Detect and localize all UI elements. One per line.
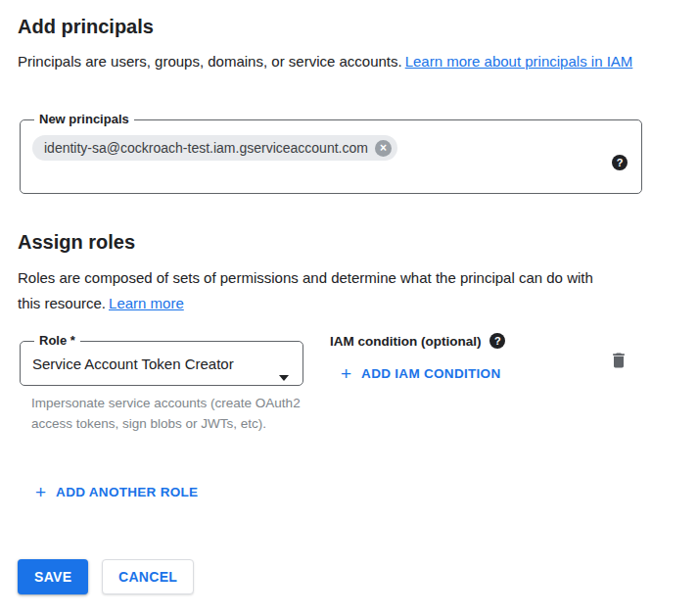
new-principals-input[interactable]: New principals identity-sa@cockroach-tes… bbox=[20, 112, 642, 194]
role-label: Role * bbox=[34, 333, 80, 349]
add-principals-dialog: Add principals Principals are users, gro… bbox=[0, 0, 698, 616]
role-selected-value: Service Account Token Creator bbox=[32, 355, 291, 372]
new-principals-label: New principals bbox=[34, 112, 134, 127]
chip-remove-icon[interactable]: × bbox=[375, 140, 392, 157]
add-another-role-label: ADD ANOTHER ROLE bbox=[56, 485, 198, 499]
add-iam-condition-label: ADD IAM CONDITION bbox=[361, 366, 500, 381]
add-iam-condition-button[interactable]: + ADD IAM CONDITION bbox=[335, 360, 506, 387]
iam-condition-label-row: IAM condition (optional) ? bbox=[330, 333, 505, 349]
principal-chip[interactable]: identity-sa@cockroach-test.iam.gservicea… bbox=[32, 135, 397, 161]
assign-roles-title: Assign roles bbox=[18, 228, 135, 256]
trash-icon bbox=[609, 351, 628, 370]
principal-chip-text: identity-sa@cockroach-test.iam.gservicea… bbox=[44, 140, 368, 156]
page-title: Add principals bbox=[18, 13, 154, 40]
learn-more-principals-link[interactable]: Learn more about principals in IAM bbox=[405, 53, 633, 70]
roles-description-text: Roles are composed of sets of permission… bbox=[18, 269, 593, 311]
iam-condition-label: IAM condition (optional) bbox=[330, 334, 481, 349]
principals-help-icon[interactable]: ? bbox=[612, 155, 628, 170]
add-another-role-button[interactable]: + ADD ANOTHER ROLE bbox=[29, 479, 204, 505]
dropdown-arrow-icon bbox=[279, 375, 289, 381]
role-select[interactable]: Role * Service Account Token Creator bbox=[20, 333, 303, 386]
plus-icon: + bbox=[35, 483, 46, 501]
learn-more-roles-link[interactable]: Learn more bbox=[109, 295, 184, 311]
iam-condition-help-icon[interactable]: ? bbox=[489, 333, 505, 349]
delete-role-button[interactable] bbox=[601, 343, 636, 378]
principals-description: Principals are users, groups, domains, o… bbox=[18, 49, 644, 74]
roles-description: Roles are composed of sets of permission… bbox=[18, 265, 605, 316]
role-help-text: Impersonate service accounts (create OAu… bbox=[31, 393, 305, 434]
plus-icon: + bbox=[341, 364, 351, 383]
save-button[interactable]: SAVE bbox=[18, 559, 88, 594]
cancel-button[interactable]: CANCEL bbox=[102, 559, 194, 594]
principals-description-text: Principals are users, groups, domains, o… bbox=[18, 53, 402, 70]
